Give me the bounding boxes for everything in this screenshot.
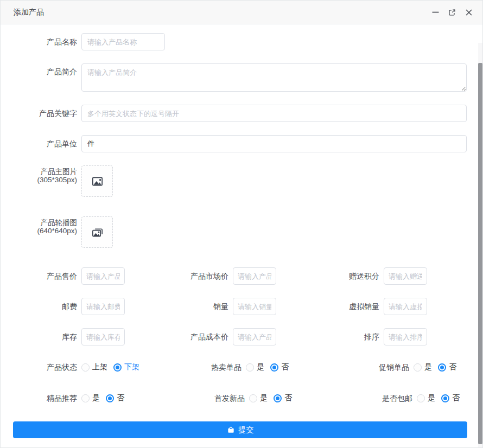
radio-icon [81,363,90,372]
titlebar: 添加产品 [1,1,482,24]
radio-icon [274,394,282,402]
submit-row: 提交 [13,421,482,438]
main-image-row: 产品主图片(305*305px) [9,165,482,197]
radio-option-yes[interactable]: 是 [81,393,100,403]
add-product-window: 添加产品 产品名称 产品简介 [0,0,483,448]
virtual-sales-label: 虚拟销量 [276,302,379,311]
radio-option-no[interactable]: 否 [270,362,289,372]
bag-icon [227,426,235,434]
radio-group-product-status: 产品状态 上架 下架 [9,362,145,372]
stock-input[interactable] [81,328,125,345]
product-keywords-row: 产品关键字 [9,105,482,122]
radio-icon [417,394,425,402]
radio-group-free-shipping: 是否包邮 是 否 [345,393,466,403]
price-label: 产品售价 [9,272,77,280]
radio-option-no[interactable]: 否 [441,393,460,403]
scrollbar-thumb[interactable] [478,63,482,444]
close-button[interactable] [464,8,474,17]
page-title: 添加产品 [14,8,44,17]
virtual-sales-cell: 虚拟销量 [276,298,427,315]
sort-cell: 排序 [276,328,427,345]
new-release-label: 首发新品 [177,394,245,402]
product-intro-row: 产品简介 [9,63,482,92]
sales-cell: 销量 [125,298,276,315]
radio-icon [106,394,114,402]
product-keywords-input[interactable] [81,105,467,122]
window-controls [430,8,474,17]
shipping-fee-label: 邮费 [9,302,77,311]
hot-item-label: 热卖单品 [174,363,242,372]
image-icon [91,175,104,188]
product-keywords-label: 产品关键字 [9,109,77,118]
carousel-image-upload[interactable] [81,216,113,248]
featured-label: 精品推荐 [9,394,77,402]
radio-row-1: 产品状态 上架 下架 热卖单品 是 否 促销单品 是 否 [9,359,482,376]
product-name-row: 产品名称 [9,33,482,50]
sales-input[interactable] [233,298,276,315]
submit-button[interactable]: 提交 [13,421,467,438]
maximize-button[interactable] [447,8,457,17]
product-name-input[interactable] [81,33,165,50]
grid-row-1: 产品售价 产品市场价 赠送积分 [9,267,482,285]
main-image-upload[interactable] [81,165,113,197]
price-cell: 产品售价 [9,267,125,285]
radio-option-yes[interactable]: 是 [249,393,268,403]
market-price-cell: 产品市场价 [125,267,276,285]
sort-label: 排序 [276,332,379,341]
cost-price-label: 产品成本价 [125,332,228,341]
radio-icon [414,363,422,372]
sort-input[interactable] [384,328,427,345]
form-body: 产品名称 产品简介 产品关键字 产品单位 产品主图片(305*305px) [1,25,482,447]
radio-row-2: 精品推荐 是 否 首发新品 是 否 是否包邮 是 否 [9,389,482,407]
product-unit-row: 产品单位 [9,135,482,152]
radio-option-on-shelf[interactable]: 上架 [81,362,107,372]
sales-label: 销量 [125,302,228,311]
cost-price-cell: 产品成本价 [125,328,276,345]
grid-row-3: 库存 产品成本价 排序 [9,328,482,345]
maximize-icon [448,9,456,16]
points-cell: 赠送积分 [276,267,427,285]
minimize-icon [432,9,439,16]
cost-price-input[interactable] [233,328,276,345]
free-shipping-label: 是否包邮 [345,394,412,402]
radio-icon [249,394,257,402]
radio-icon [270,363,278,372]
radio-icon [438,363,446,372]
product-status-label: 产品状态 [9,363,77,372]
radio-option-yes[interactable]: 是 [246,362,264,372]
radio-option-no[interactable]: 否 [106,393,124,403]
submit-label: 提交 [239,425,254,435]
radio-icon [113,363,122,372]
virtual-sales-input[interactable] [384,298,427,315]
promo-item-label: 促销单品 [341,363,409,372]
product-unit-input[interactable] [81,135,467,152]
points-input[interactable] [384,267,427,285]
radio-icon [81,394,90,402]
carousel-image-row: 产品轮播图(640*640px) [9,216,482,248]
shipping-fee-input[interactable] [81,298,125,315]
radio-option-yes[interactable]: 是 [417,393,435,403]
product-intro-label: 产品简介 [9,63,77,76]
grid-row-2: 邮费 销量 虚拟销量 [9,298,482,315]
carousel-image-label: 产品轮播图(640*640px) [9,216,77,235]
radio-option-no[interactable]: 否 [274,393,292,403]
price-input[interactable] [81,267,125,285]
radio-icon [441,394,449,402]
radio-option-off-shelf[interactable]: 下架 [113,362,139,372]
stock-label: 库存 [9,332,77,341]
close-icon [466,9,472,16]
product-intro-textarea[interactable] [81,63,467,92]
radio-icon [246,363,254,372]
main-image-label: 产品主图片(305*305px) [9,165,77,184]
shipping-fee-cell: 邮费 [9,298,125,315]
points-label: 赠送积分 [276,272,379,280]
radio-option-no[interactable]: 否 [438,362,456,372]
product-name-label: 产品名称 [9,37,77,46]
market-price-input[interactable] [233,267,276,285]
radio-group-promo-item: 促销单品 是 否 [341,362,462,372]
radio-option-yes[interactable]: 是 [414,362,432,372]
minimize-button[interactable] [430,8,440,17]
market-price-label: 产品市场价 [125,272,228,280]
images-icon [91,226,104,239]
radio-group-new-release: 首发新品 是 否 [177,393,298,403]
